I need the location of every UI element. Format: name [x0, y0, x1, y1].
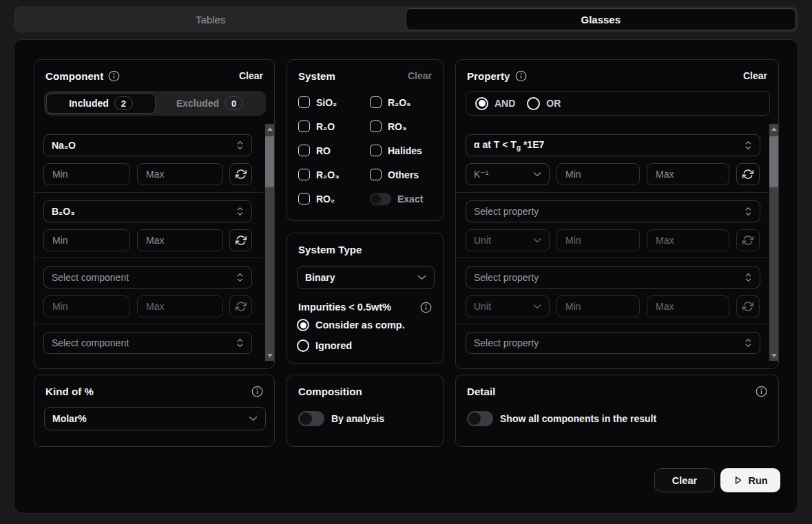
- property-min-input-2[interactable]: [556, 229, 640, 251]
- component-title: Component: [45, 70, 103, 82]
- property-unit-select-3[interactable]: Unit: [466, 295, 550, 317]
- chevron-down-icon: [533, 171, 541, 177]
- checkbox-r2o5[interactable]: R₂O₅: [370, 96, 411, 108]
- property-unit-select-1[interactable]: K⁻¹: [466, 163, 550, 185]
- info-icon[interactable]: [108, 70, 120, 82]
- component-clear-button[interactable]: Clear: [239, 70, 263, 81]
- sync-icon: [236, 235, 247, 246]
- radio-consider-as-comp[interactable]: Consider as comp.: [297, 319, 405, 331]
- exact-label: Exact: [397, 193, 423, 205]
- radio-label: Consider as comp.: [315, 319, 405, 331]
- scroll-down-arrow[interactable]: [771, 354, 777, 357]
- chevron-updown-icon: [236, 272, 244, 283]
- component-select-4[interactable]: Select component: [43, 332, 252, 354]
- component-min-input-1[interactable]: [43, 163, 130, 185]
- row-divider: [34, 192, 263, 193]
- checkbox-box: [370, 169, 382, 180]
- run-button[interactable]: Run: [720, 468, 780, 492]
- excluded-tab[interactable]: Excluded 0: [156, 93, 264, 114]
- radio-button: [297, 319, 309, 331]
- exact-toggle-row: Exact: [370, 193, 423, 205]
- tab-tables[interactable]: Tables: [16, 8, 406, 30]
- sync-icon: [236, 301, 247, 312]
- property-scrollbar[interactable]: [769, 124, 778, 361]
- checkbox-others[interactable]: Others: [370, 169, 419, 180]
- property-select-2-placeholder: Select property: [474, 206, 539, 217]
- component-max-input-3[interactable]: [137, 295, 223, 317]
- info-icon[interactable]: [756, 386, 767, 397]
- scroll-up-arrow[interactable]: [771, 127, 777, 131]
- component-max-input-1[interactable]: [137, 163, 223, 185]
- property-max-input-1[interactable]: [647, 163, 729, 185]
- property-max-input-3[interactable]: [647, 295, 729, 317]
- component-reset-button-2[interactable]: [229, 229, 252, 251]
- component-select-2[interactable]: B₂O₃: [43, 200, 252, 222]
- scroll-down-arrow[interactable]: [267, 354, 273, 357]
- system-type-card: System Type Binary Impurities < 0.5wt% C…: [287, 233, 444, 364]
- component-min-input-2[interactable]: [43, 229, 130, 251]
- property-select-4[interactable]: Select property: [466, 332, 760, 354]
- detail-card: Detail Show all components in the result: [455, 375, 779, 447]
- scroll-up-arrow[interactable]: [267, 127, 273, 131]
- checkbox-r2o[interactable]: R₂O: [298, 120, 335, 132]
- show-all-components-toggle[interactable]: [467, 411, 493, 426]
- checkbox-box: [298, 193, 310, 205]
- kind-of-percent-select[interactable]: Molar%: [44, 407, 266, 430]
- detail-title: Detail: [467, 386, 495, 397]
- by-analysis-toggle[interactable]: [298, 411, 324, 426]
- property-select-2[interactable]: Select property: [466, 200, 760, 222]
- component-select-4-placeholder: Select component: [52, 337, 129, 348]
- property-clear-button[interactable]: Clear: [743, 70, 767, 81]
- checkbox-label: R₂O₃: [316, 169, 340, 180]
- property-min-input-3[interactable]: [556, 295, 640, 317]
- tab-glasses[interactable]: Glasses: [406, 8, 797, 30]
- component-reset-button-3[interactable]: [229, 295, 252, 317]
- system-type-select[interactable]: Binary: [297, 266, 435, 289]
- checkbox-ro[interactable]: RO: [298, 145, 331, 156]
- scrollbar-thumb[interactable]: [265, 136, 274, 187]
- system-clear-button[interactable]: Clear: [408, 70, 432, 81]
- property-unit-select-2[interactable]: Unit: [466, 229, 550, 251]
- property-reset-button-3[interactable]: [736, 295, 760, 317]
- exact-toggle[interactable]: [370, 193, 391, 205]
- radio-ignored[interactable]: Ignored: [297, 339, 352, 352]
- checkbox-label: RO₃: [388, 121, 406, 132]
- clear-all-button[interactable]: Clear: [654, 468, 715, 492]
- component-header: Component Clear: [45, 68, 263, 83]
- property-reset-button-2[interactable]: [736, 229, 760, 251]
- component-select-1[interactable]: Na₂O: [43, 134, 252, 156]
- checkbox-ro2[interactable]: RO₂: [298, 193, 335, 205]
- play-icon: [733, 475, 743, 485]
- component-scrollbar[interactable]: [265, 124, 274, 361]
- property-min-input-1[interactable]: [556, 163, 640, 185]
- chevron-down-icon: [249, 416, 258, 421]
- checkbox-ro3[interactable]: RO₃: [370, 120, 406, 132]
- checkbox-label: SiO₂: [316, 97, 337, 108]
- row-divider: [34, 258, 263, 258]
- checkbox-label: R₂O₅: [388, 97, 411, 108]
- checkbox-sio2[interactable]: SiO₂: [298, 96, 337, 108]
- radio-and[interactable]: [475, 97, 488, 110]
- property-select-3[interactable]: Select property: [466, 266, 760, 289]
- info-icon[interactable]: [420, 302, 432, 313]
- included-tab[interactable]: Included 2: [46, 93, 156, 114]
- info-icon[interactable]: [515, 70, 527, 82]
- scrollbar-thumb[interactable]: [769, 136, 778, 187]
- component-reset-button-1[interactable]: [229, 163, 252, 185]
- property-max-input-2[interactable]: [647, 229, 729, 251]
- radio-or[interactable]: [527, 97, 540, 110]
- property-reset-button-1[interactable]: [736, 163, 760, 185]
- info-icon[interactable]: [251, 386, 263, 397]
- component-select-3[interactable]: Select component: [43, 266, 252, 289]
- system-type-value: Binary: [305, 272, 335, 283]
- impurities-label: Impurities < 0.5wt%: [298, 302, 391, 313]
- tab-tables-label: Tables: [196, 14, 225, 25]
- checkbox-halides[interactable]: Halides: [370, 145, 422, 156]
- impurities-row: Impurities < 0.5wt%: [298, 300, 432, 315]
- component-min-input-3[interactable]: [43, 295, 130, 317]
- component-max-input-2[interactable]: [137, 229, 223, 251]
- checkbox-r2o3[interactable]: R₂O₃: [298, 169, 340, 180]
- and-or-selector: AND OR: [466, 91, 770, 116]
- property-list-scroll-area: α at T < Tg *1E7 K⁻¹ Select property Uni…: [456, 124, 778, 361]
- property-select-1[interactable]: α at T < Tg *1E7: [466, 134, 760, 156]
